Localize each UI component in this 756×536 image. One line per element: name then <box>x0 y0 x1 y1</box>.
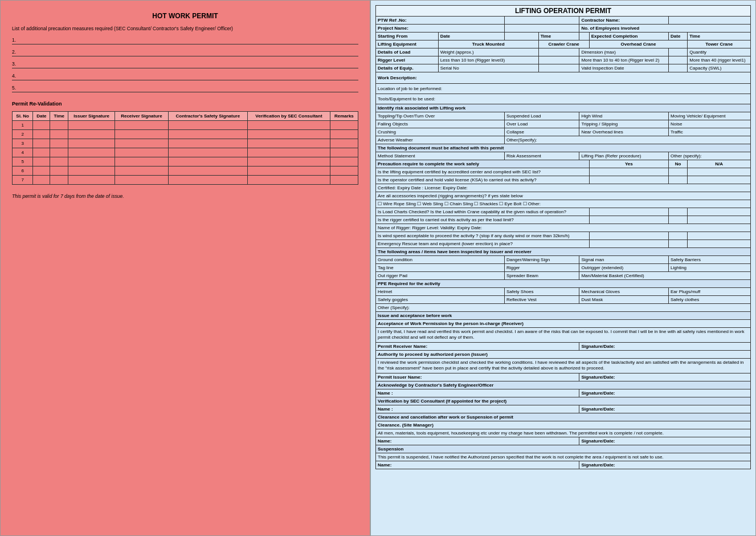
suspension-title: Suspension <box>376 445 751 453</box>
time-label: Time <box>538 33 579 40</box>
inspect-1-4: Safety Barriers <box>669 256 751 264</box>
revalidation-table: Sl. No Date Time Issuer Signature Receiv… <box>12 111 358 185</box>
precaution-6: Is Load Charts Checked? Is the Load with… <box>376 208 590 216</box>
capacity-label: Capacity (SWL) <box>688 64 751 72</box>
risk-1-4: Moving Vehicle/ Equipment <box>669 112 751 120</box>
name-label-ack: Name : <box>376 389 579 397</box>
ppe-2-3: Dust Mask <box>579 296 669 304</box>
lifting-plan-label: Lifting Plan (Refer procedure) <box>579 152 669 160</box>
inspect-2-3: Outrigger (extended) <box>579 264 669 272</box>
precaution-2: Is the operator certified and hold valid… <box>376 176 590 184</box>
left-subtitle: List of additional precaution measures r… <box>12 26 358 31</box>
other-specify-label: Other (specify): <box>669 152 751 160</box>
precaution-7: Is the rigger certified to carried out t… <box>376 216 590 224</box>
tower-crane-label: Tower Crane <box>688 40 751 48</box>
following-doc-label: The following document must be attached … <box>376 144 751 152</box>
date2-label: Date <box>669 33 688 40</box>
line-5: 5. <box>12 85 358 92</box>
contractor-name-label: Contractor Name: <box>579 17 669 25</box>
lifting-operation-permit-panel: LIFTING OPERATION PERMIT PTW Ref .No: Co… <box>370 0 756 536</box>
lop-main-table: LIFTING OPERATION PERMIT PTW Ref .No: Co… <box>375 5 751 469</box>
permit-issuer-label: Permit Issuer Name: <box>376 373 579 381</box>
identify-risk-label: Identify risk associated with Lifting wo… <box>376 104 751 112</box>
inspect-3-1: Out rigger Pad <box>376 272 505 280</box>
crawler-crane-label: Crawler Crane <box>538 40 589 48</box>
table-row: 5 <box>13 157 358 167</box>
date-label: Date <box>438 33 504 40</box>
employees-label: No. of Employees involved <box>579 25 751 33</box>
table-row: 1 <box>13 121 358 130</box>
risk-3-2: Collapse <box>504 128 579 136</box>
na-label: N/A <box>688 160 751 168</box>
time2-label: Time <box>688 33 751 40</box>
ppe-2-1: Safety goggles <box>376 296 505 304</box>
ppe-1-2: Safety Shoes <box>504 288 579 296</box>
risk-1-3: High Wind <box>579 112 669 120</box>
details-load-label: Details of Load <box>376 48 439 56</box>
precaution-4: Are all accessories inspected (rigging a… <box>376 192 751 200</box>
authority-text: I reviewed the work permission checklist… <box>376 358 751 373</box>
risk-1-2: Suspended Load <box>504 112 579 120</box>
risk-1-1: Toppling/Tip Over/Turn Over <box>376 112 505 120</box>
signature-date-6: Signature/Date: <box>579 461 751 469</box>
project-name-label: Project Name: <box>376 25 505 33</box>
precaution-10: Emergency Rescue team and equipment (tow… <box>376 240 590 248</box>
left-panel-title: HOT WORK PERMIT <box>12 12 358 20</box>
col-date: Date <box>33 112 50 121</box>
acceptance-text: I certify that, I have read and verified… <box>376 328 751 343</box>
col-receiver: Receiver Signature <box>115 112 168 121</box>
inspected-title: The following areas / items have been in… <box>376 248 751 256</box>
no-label: No <box>669 160 688 168</box>
method-statement-label: Method Statement <box>376 152 505 160</box>
signature-date-2: Signature/Date: <box>579 373 751 381</box>
precaution-label: Precaution require to complete the work … <box>376 160 590 168</box>
risk-2-3: Tripping / Slipping <box>579 120 669 128</box>
serial-no-label: Serial No <box>438 64 538 72</box>
col-sec-consultant: Verification by SEC Consultant <box>248 112 330 121</box>
inspect-1-2: Danger/Warning Sign <box>504 256 579 264</box>
risk-4-1: Adverse Weather <box>376 136 505 144</box>
inspect-2-2: Rigger <box>504 264 579 272</box>
line-1: 1. <box>12 37 358 44</box>
signature-date-5: Signature/Date: <box>579 437 751 445</box>
risk-assessment-label: Risk Assessment <box>504 152 579 160</box>
inspect-2-4: Lighting <box>669 264 751 272</box>
yes-label: Yes <box>589 160 668 168</box>
name-label-clear: Name: <box>376 437 579 445</box>
more-40-label: More than 40 (rigger level1) <box>688 56 751 64</box>
risk-3-3: Near Overhead lines <box>579 128 669 136</box>
precaution-1: Is the lifting equipment certified by ac… <box>376 168 590 176</box>
valid-inspection-label: Valid Inspection Date <box>579 64 669 72</box>
inspect-2-1: Tag line <box>376 264 505 272</box>
precaution-5: ☐ Wire Rope Sling ☐ Web Sling ☐ Chain Sl… <box>376 200 751 208</box>
signature-date-4: Signature/Date: <box>579 405 751 413</box>
precaution-3: Certified: Expiry Date : License: Expiry… <box>376 184 751 192</box>
ptw-ref-label: PTW Ref .No: <box>376 17 505 25</box>
starting-from-label: Starting From <box>376 33 439 40</box>
overhead-crane-label: Overhead Crane <box>589 40 688 48</box>
revalidation-title: Permit Re-Validation <box>12 101 358 107</box>
tools-label: Tools/Equipment to be used: <box>376 94 751 104</box>
ppe-1-3: Mechanical Gloves <box>579 288 669 296</box>
risk-3-1: Crushing <box>376 128 505 136</box>
clearance-title: Clearance and cancellation after work or… <box>376 413 751 421</box>
quantity-label: Quantity <box>688 48 751 56</box>
dimension-label: Dimension (max) <box>579 48 669 56</box>
col-slno: Sl. No <box>13 112 33 121</box>
name-label-susp: Name: <box>376 461 579 469</box>
col-time: Time <box>50 112 68 121</box>
col-remarks: Remarks <box>330 112 358 121</box>
truck-mounted-label: Truck Mounted <box>438 40 538 48</box>
risk-4-2: Other(Specify): <box>504 136 750 144</box>
table-row: 3 <box>13 139 358 148</box>
risk-2-4: Noise <box>669 120 751 128</box>
table-row: 7 <box>13 176 358 185</box>
inspect-1-3: Signal man <box>579 256 669 264</box>
clearance-sub: Clearance. (Site Manager) <box>376 421 751 429</box>
acceptance-title: Acceptance of Work Permission by the per… <box>376 320 751 328</box>
ppe-title: PPE Required for the activity <box>376 280 751 288</box>
ppe-1-4: Ear Plugs/muff <box>669 288 751 296</box>
table-row: 2 <box>13 130 358 139</box>
risk-2-2: Over Load <box>504 120 579 128</box>
ppe-1-1: Helmet <box>376 288 505 296</box>
